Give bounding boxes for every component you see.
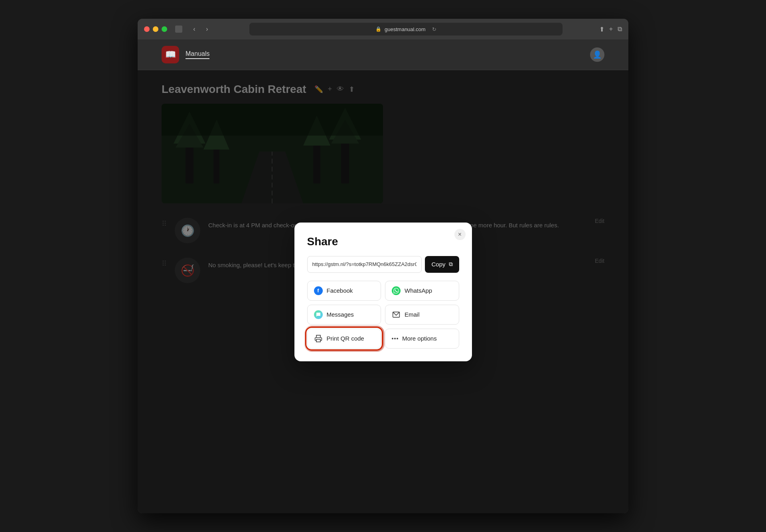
address-bar[interactable]: 🔒 guestmanual.com ↻	[249, 23, 563, 35]
svg-rect-15	[316, 339, 320, 342]
print-qr-button[interactable]: Print QR code	[307, 329, 381, 349]
new-tab-icon[interactable]: +	[609, 26, 613, 33]
printer-icon	[314, 334, 323, 343]
modal-overlay[interactable]: × Share Copy ⧉	[138, 70, 628, 513]
more-options-label: More options	[402, 335, 437, 342]
whatsapp-label: WhatsApp	[405, 287, 432, 294]
toolbar-right: ⬆ + ⧉	[599, 26, 622, 33]
minimize-button[interactable]	[153, 26, 158, 32]
messages-share-button[interactable]: Messages	[307, 305, 381, 325]
facebook-label: Facebook	[327, 287, 353, 294]
reload-icon[interactable]: ↻	[432, 26, 436, 32]
whatsapp-icon	[392, 286, 401, 295]
url-row: Copy ⧉	[307, 256, 459, 273]
close-button[interactable]	[144, 26, 150, 32]
email-icon	[392, 310, 401, 319]
lock-icon: 🔒	[375, 26, 381, 32]
app-logo: 📖 Manuals	[162, 46, 209, 63]
traffic-lights	[144, 26, 167, 32]
facebook-icon: f	[314, 286, 323, 295]
modal-close-button[interactable]: ×	[454, 229, 466, 240]
email-label: Email	[405, 311, 420, 318]
messages-label: Messages	[327, 311, 354, 318]
page-content: 📖 Manuals 👤 Leavenworth Cabin Retreat ✏️…	[138, 39, 628, 513]
logo-emoji: 📖	[165, 49, 176, 60]
more-options-button[interactable]: More options	[385, 329, 459, 349]
share-url-input[interactable]	[307, 256, 422, 273]
forward-button[interactable]: ›	[201, 24, 213, 35]
nav-buttons: ‹ ›	[189, 24, 213, 35]
user-avatar[interactable]: 👤	[590, 47, 604, 62]
share-modal: × Share Copy ⧉	[294, 223, 472, 361]
print-qr-label: Print QR code	[327, 335, 364, 342]
copy-icon: ⧉	[449, 261, 453, 268]
logo-icon: 📖	[162, 46, 179, 63]
browser-window: ‹ › 🔒 guestmanual.com ↻ ⬆ + ⧉ 📖 Manuals …	[138, 19, 628, 513]
facebook-share-button[interactable]: f Facebook	[307, 281, 381, 301]
share-icon[interactable]: ⬆	[599, 26, 604, 33]
whatsapp-share-button[interactable]: WhatsApp	[385, 281, 459, 301]
modal-title: Share	[307, 235, 459, 248]
maximize-button[interactable]	[162, 26, 167, 32]
close-icon: ×	[458, 231, 462, 238]
email-share-button[interactable]: Email	[385, 305, 459, 325]
back-button[interactable]: ‹	[189, 24, 200, 35]
url-display: guestmanual.com	[385, 26, 426, 32]
app-header: 📖 Manuals 👤	[138, 39, 628, 70]
main-content: Leavenworth Cabin Retreat ✏️ + 👁 ⬆	[138, 70, 628, 513]
title-bar: ‹ › 🔒 guestmanual.com ↻ ⬆ + ⧉	[138, 19, 628, 39]
tabs-icon[interactable]: ⧉	[618, 26, 622, 33]
app-name: Manuals	[186, 50, 209, 59]
more-options-icon	[392, 338, 398, 339]
tab-icon	[175, 26, 182, 33]
messages-icon	[314, 310, 323, 319]
copy-label: Copy	[431, 261, 445, 268]
share-buttons-grid: f Facebook WhatsApp	[307, 281, 459, 349]
copy-button[interactable]: Copy ⧉	[425, 256, 459, 273]
